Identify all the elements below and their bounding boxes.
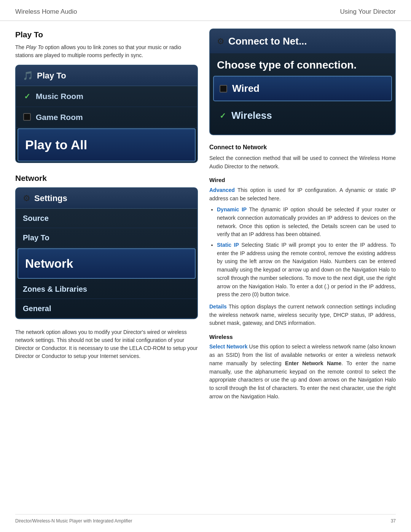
wireless-select-text: Select Network Use this option to select… [209, 343, 396, 401]
game-room-checkbox [23, 113, 31, 121]
connect-screen-header: ⚙ Connect to Net... [210, 29, 395, 53]
play-to-music-room[interactable]: ✓ Music Room [16, 86, 197, 107]
play-to-screen: 🎵 Play To ✓ Music Room [15, 65, 198, 163]
header-right: Using Your Director [340, 7, 396, 17]
settings-screen-header: ⚙ Settings [16, 188, 197, 209]
wireless-checkbox: ✓ [218, 112, 227, 120]
static-ip-bullet: Static IP Selecting Static IP will promp… [217, 241, 396, 299]
footer-left: Director/Wireless-N Music Player with In… [15, 518, 132, 524]
zones-libraries-label: Zones & Libraries [23, 283, 87, 295]
main-content: Play To The Play To option allows you to… [0, 21, 411, 418]
play-to-all-label: Play to All [25, 135, 87, 155]
connect-to-net-screen: ⚙ Connect to Net... Choose type of conne… [209, 29, 396, 136]
advanced-desc: This option is used for IP configuration… [209, 187, 396, 201]
general-label: General [23, 303, 51, 314]
settings-screen-title: Settings [34, 192, 67, 204]
play-to-section: Play To The Play To option allows you to… [15, 29, 198, 163]
left-column: Play To The Play To option allows you to… [15, 29, 198, 406]
play-to-menu-label: Play To [23, 232, 49, 243]
page-footer: Director/Wireless-N Music Player with In… [15, 514, 396, 524]
details-desc: This option displays the current network… [209, 304, 396, 326]
wireless-section-label: Wireless [209, 333, 396, 342]
select-network-label: Select Network [209, 343, 247, 350]
network-description: The network option allows you to modify … [15, 328, 198, 360]
connect-screen-title: Connect to Net... [228, 34, 307, 49]
details-text: Details This option displays the current… [209, 303, 396, 328]
play-to-game-room[interactable]: Game Room [16, 107, 197, 128]
dynamic-ip-label: Dynamic IP [217, 206, 247, 212]
settings-zones-libraries[interactable]: Zones & Libraries [16, 280, 197, 299]
advanced-label: Advanced [209, 187, 235, 193]
settings-screen: ⚙ Settings Source Play To Network Zones … [15, 187, 198, 319]
page-header: Wireless Home Audio Using Your Director [0, 0, 411, 21]
music-room-checkbox: ✓ [23, 92, 31, 101]
wired-checkbox [219, 85, 228, 93]
settings-source[interactable]: Source [16, 209, 197, 228]
header-left: Wireless Home Audio [15, 7, 77, 17]
settings-general[interactable]: General [16, 299, 197, 318]
source-label: Source [23, 212, 49, 224]
static-ip-text: Selecting Static IP will prompt you to e… [217, 242, 396, 297]
wired-bullets: Dynamic IP The dynamic IP option should … [209, 206, 396, 299]
play-to-title: Play To [15, 29, 198, 41]
wired-section: Wired Advanced This option is used for I… [209, 176, 396, 328]
play-to-screen-title: Play To [37, 69, 66, 82]
static-ip-label: Static IP [217, 242, 239, 248]
enter-network-bold: Enter Network Name [285, 360, 341, 366]
connect-to-network-title: Connect to Network [209, 143, 396, 152]
play-to-all-item[interactable]: Play to All [18, 128, 196, 161]
connect-icon: ⚙ [217, 35, 225, 48]
settings-play-to[interactable]: Play To [16, 228, 197, 248]
dynamic-ip-bullet: Dynamic IP The dynamic IP option should … [217, 206, 396, 239]
wireless-label: Wireless [231, 108, 272, 123]
play-to-description: The Play To option allows you to link zo… [15, 43, 198, 59]
connect-subtitle: Choose type of connection. [210, 53, 395, 74]
footer-right: 37 [391, 518, 396, 524]
play-to-icon: 🎵 [23, 69, 33, 82]
play-to-screen-header: 🎵 Play To [16, 66, 197, 86]
network-menu-label: Network [25, 254, 73, 273]
connect-wireless[interactable]: ✓ Wireless [213, 104, 392, 128]
details-label: Details [209, 304, 227, 310]
wireless-section: Wireless Select Network Use this option … [209, 333, 396, 401]
connect-wired[interactable]: Wired [213, 76, 392, 101]
settings-network[interactable]: Network [18, 248, 196, 279]
game-room-label: Game Room [36, 111, 83, 123]
advanced-text: Advanced This option is used for IP conf… [209, 186, 396, 203]
music-room-label: Music Room [36, 90, 83, 102]
connect-to-network-section: Connect to Network Select the connection… [209, 143, 396, 171]
settings-icon: ⚙ [23, 192, 30, 204]
connect-items: Wired ✓ Wireless [210, 73, 395, 134]
network-title: Network [15, 172, 198, 184]
connect-to-network-desc: Select the connection method that will b… [209, 154, 396, 171]
network-section: Network ⚙ Settings Source Play To Networ… [15, 172, 198, 360]
page: Wireless Home Audio Using Your Director … [0, 0, 411, 532]
wired-section-label: Wired [209, 176, 396, 185]
wired-label: Wired [232, 81, 260, 96]
right-column: ⚙ Connect to Net... Choose type of conne… [209, 29, 396, 406]
